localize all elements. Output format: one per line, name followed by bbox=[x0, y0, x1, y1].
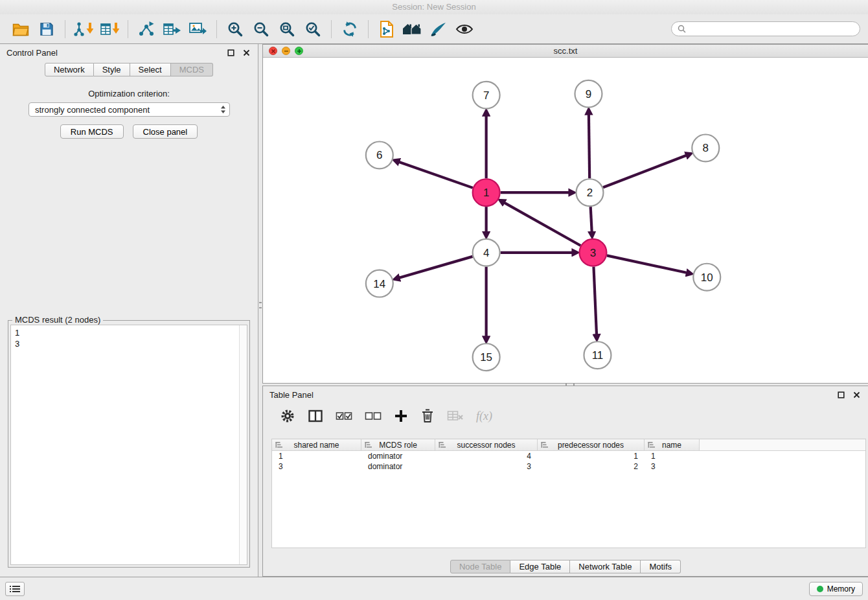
graph-node-2[interactable]: 2 bbox=[576, 179, 603, 206]
graph-node-14[interactable]: 14 bbox=[366, 270, 393, 297]
edge-3-11[interactable] bbox=[593, 267, 597, 337]
tab-mcds[interactable]: MCDS bbox=[171, 63, 213, 76]
refresh-view-button[interactable] bbox=[337, 17, 363, 41]
close-window-button[interactable] bbox=[269, 47, 277, 55]
graph-node-11[interactable]: 11 bbox=[584, 341, 611, 369]
columns-icon bbox=[308, 409, 323, 423]
edge-3-1[interactable] bbox=[503, 202, 580, 246]
edge-4-14[interactable] bbox=[398, 257, 473, 279]
close-mcds-panel-button[interactable]: Close panel bbox=[133, 124, 198, 139]
zoom-selected-button[interactable] bbox=[300, 17, 326, 41]
select-all-rows-button[interactable] bbox=[336, 410, 352, 422]
tab-network-table[interactable]: Network Table bbox=[570, 560, 641, 573]
column-header-MCDS-role[interactable]: MCDS role bbox=[361, 439, 435, 450]
column-header-name[interactable]: name bbox=[645, 439, 700, 450]
import-network-button[interactable] bbox=[71, 17, 97, 41]
delete-row-button[interactable] bbox=[420, 408, 435, 424]
table-cell: dominator bbox=[361, 461, 435, 472]
tab-network[interactable]: Network bbox=[45, 63, 94, 76]
toolbar-separator bbox=[65, 20, 65, 38]
optimization-select[interactable]: strongly connected component bbox=[29, 102, 230, 117]
zoom-fit-icon bbox=[279, 21, 295, 38]
mcds-result-title: MCDS result (2 nodes) bbox=[12, 315, 103, 325]
graph-node-1[interactable]: 1 bbox=[473, 179, 500, 206]
mcds-result-scrollbar[interactable] bbox=[239, 325, 247, 564]
show-hide-details-button[interactable] bbox=[451, 17, 477, 41]
graph-node-6[interactable]: 6 bbox=[366, 141, 393, 168]
edge-1-6[interactable] bbox=[397, 161, 473, 188]
table-row[interactable]: 3dominator323 bbox=[272, 461, 865, 472]
graph-node-3[interactable]: 3 bbox=[579, 239, 606, 266]
search-box[interactable] bbox=[671, 21, 860, 36]
column-header-shared-name[interactable]: shared name bbox=[272, 439, 361, 450]
import-table-button[interactable] bbox=[97, 17, 122, 41]
export-network-button[interactable] bbox=[133, 17, 159, 41]
table-settings-button[interactable] bbox=[280, 408, 295, 424]
open-file-button[interactable] bbox=[8, 17, 34, 41]
task-history-button[interactable] bbox=[5, 582, 25, 596]
export-image-button[interactable] bbox=[185, 17, 211, 41]
node-label: 11 bbox=[592, 349, 604, 362]
close-glyph-icon bbox=[271, 49, 276, 54]
zoom-fit-button[interactable] bbox=[274, 17, 300, 41]
edge-2-8[interactable] bbox=[603, 155, 688, 187]
search-input[interactable] bbox=[690, 23, 854, 34]
table-cell: 3 bbox=[645, 461, 700, 472]
graph-node-9[interactable]: 9 bbox=[575, 80, 602, 108]
graph-node-15[interactable]: 15 bbox=[473, 343, 500, 371]
sort-icon bbox=[275, 441, 282, 448]
column-header-label: predecessor nodes bbox=[558, 441, 624, 450]
import-network-icon bbox=[74, 21, 93, 38]
plus-icon bbox=[394, 409, 408, 423]
zoom-out-button[interactable] bbox=[248, 17, 274, 41]
run-mcds-button[interactable]: Run MCDS bbox=[60, 124, 124, 139]
minimize-window-button[interactable] bbox=[282, 47, 290, 55]
save-session-button[interactable] bbox=[34, 17, 60, 41]
tab-style[interactable]: Style bbox=[94, 63, 130, 76]
column-header-predecessor-nodes[interactable]: predecessor nodes bbox=[538, 439, 645, 450]
float-table-panel-button[interactable] bbox=[836, 390, 846, 400]
graph-node-8[interactable]: 8 bbox=[692, 135, 719, 162]
unchecked-boxes-icon bbox=[365, 410, 382, 422]
gear-icon bbox=[280, 408, 295, 424]
edge-2-3[interactable] bbox=[591, 207, 592, 234]
network-window-title: scc.txt bbox=[554, 46, 578, 56]
node-label: 10 bbox=[701, 271, 713, 284]
tab-motifs[interactable]: Motifs bbox=[641, 560, 681, 573]
network-graph[interactable]: 7968124314101511 bbox=[263, 58, 868, 383]
edge-2-9[interactable] bbox=[589, 113, 589, 179]
window-controls bbox=[269, 47, 303, 55]
graph-node-4[interactable]: 4 bbox=[473, 239, 500, 266]
network-canvas[interactable]: 7968124314101511 bbox=[263, 58, 868, 383]
mcds-result-list[interactable]: 13 bbox=[10, 325, 247, 565]
graph-node-7[interactable]: 7 bbox=[473, 82, 500, 109]
float-panel-button[interactable] bbox=[226, 48, 236, 58]
memory-button[interactable]: Memory bbox=[809, 582, 863, 596]
tab-select[interactable]: Select bbox=[130, 63, 171, 76]
table-row[interactable]: 1dominator411 bbox=[272, 451, 865, 461]
graph-node-10[interactable]: 10 bbox=[693, 264, 720, 291]
sort-icon bbox=[648, 441, 655, 448]
network-view-window: scc.txt 7968124314101511 bbox=[262, 44, 868, 384]
network-window-titlebar[interactable]: scc.txt bbox=[263, 45, 868, 58]
zoom-in-button[interactable] bbox=[222, 17, 248, 41]
node-label: 4 bbox=[483, 247, 489, 259]
control-panel-title: Control Panel bbox=[6, 48, 220, 58]
add-row-button[interactable] bbox=[394, 409, 408, 423]
tab-node-table[interactable]: Node Table bbox=[450, 560, 511, 573]
close-table-panel-button[interactable] bbox=[852, 390, 862, 400]
export-table-button[interactable] bbox=[159, 17, 185, 41]
deselect-all-rows-button[interactable] bbox=[365, 410, 382, 422]
edge-3-10[interactable] bbox=[607, 255, 689, 273]
close-panel-button[interactable] bbox=[242, 48, 251, 58]
list-icon bbox=[10, 585, 20, 593]
column-header-successor-nodes[interactable]: successor nodes bbox=[435, 439, 538, 450]
table-cell: 1 bbox=[272, 451, 361, 461]
maximize-window-button[interactable] bbox=[295, 47, 303, 55]
first-neighbors-houses-icon bbox=[402, 21, 423, 37]
apply-style-button[interactable] bbox=[426, 17, 451, 41]
new-network-from-selection-button[interactable] bbox=[374, 17, 400, 41]
first-neighbors-button[interactable] bbox=[400, 17, 426, 41]
show-columns-button[interactable] bbox=[308, 409, 323, 423]
tab-edge-table[interactable]: Edge Table bbox=[510, 560, 570, 573]
